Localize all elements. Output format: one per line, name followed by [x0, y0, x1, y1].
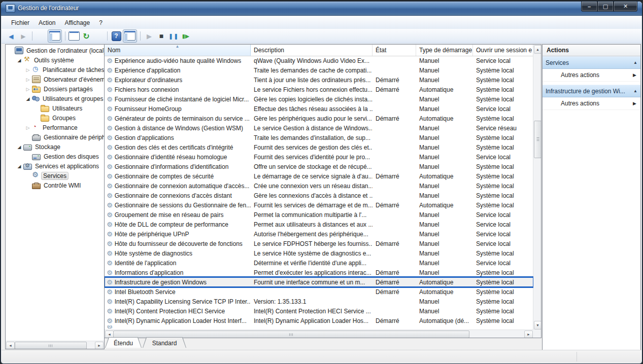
help-button[interactable]: ?: [111, 30, 122, 42]
table-row[interactable]: ⚙Gestionnaire de connexion automatique d…: [105, 181, 533, 191]
table-row[interactable]: ⚙Gestionnaire de sessions du Gestionnair…: [105, 200, 533, 210]
table-row[interactable]: ⚙Gestion d'applicationsTraite les demand…: [105, 133, 533, 142]
tree-item-disk-management[interactable]: Gestion des disques: [6, 152, 104, 161]
export-list-button[interactable]: [93, 30, 104, 42]
cell-description: Le service Gestion à distance de Windows…: [251, 125, 373, 132]
menu-aide[interactable]: ?: [94, 18, 107, 28]
list-vertical-scrollbar[interactable]: ▲ ▼: [533, 45, 541, 330]
scroll-left-icon[interactable]: ◄: [6, 342, 15, 349]
table-row[interactable]: ⚙Gestionnaire d'informations d'identific…: [105, 162, 533, 171]
collapsed-arrow-icon[interactable]: ▷: [25, 67, 31, 73]
column-header-description[interactable]: Description: [251, 45, 373, 56]
resume-button[interactable]: [180, 30, 191, 42]
table-row[interactable]: ⚙Gestion à distance de Windows (Gestion …: [105, 123, 533, 133]
table-row[interactable]: ⚙Hôte du fournisseur de découverte de fo…: [105, 239, 533, 248]
pause-button[interactable]: [168, 30, 179, 42]
menu-fichier[interactable]: Fichier: [7, 18, 34, 28]
tree-item-services-apps[interactable]: ◢Services et applications: [6, 161, 104, 171]
forward-button[interactable]: [18, 30, 29, 42]
export-folder-button[interactable]: [36, 30, 47, 42]
scroll-right-icon[interactable]: ►: [95, 342, 104, 349]
tree-item-folder[interactable]: Groupes: [6, 113, 104, 123]
tree-scroll-thumb[interactable]: [15, 342, 87, 349]
minimize-button[interactable]: –: [581, 2, 597, 12]
table-row[interactable]: ⚙Infrastructure de gestion WindowsFourni…: [105, 277, 533, 287]
maximize-button[interactable]: ▢: [597, 2, 614, 12]
table-row[interactable]: ⚙Expérience audio-vidéo haute qualité Wi…: [105, 56, 533, 65]
expanded-arrow-icon[interactable]: ◢: [16, 57, 22, 63]
table-row[interactable]: ⚙Gestionnaire d'identité réseau homologu…: [105, 152, 533, 162]
collapsed-arrow-icon[interactable]: ▷: [25, 77, 31, 83]
tree-horizontal-scrollbar[interactable]: ◄ ►: [6, 341, 104, 349]
table-row[interactable]: ⚙Gestionnaire de comptes de sécuritéLe d…: [105, 171, 533, 181]
menu-action[interactable]: Action: [34, 18, 60, 28]
cell-logon: Service local: [473, 57, 533, 64]
tree-item-storage[interactable]: ◢Stockage: [6, 142, 104, 152]
table-row[interactable]: ⚙Groupement de mise en réseau de pairsPe…: [105, 210, 533, 220]
expanded-arrow-icon[interactable]: ◢: [16, 144, 22, 150]
back-button[interactable]: [6, 30, 17, 42]
actions-item[interactable]: Autres actions▶: [543, 97, 640, 110]
column-header-state[interactable]: État: [373, 45, 416, 56]
tree-item-wmi[interactable]: Contrôle WMI: [6, 180, 104, 190]
table-row[interactable]: ⚙Gestionnaire de connexions d'accès dist…: [105, 191, 533, 200]
cell-description: Version: 1.35.133.1: [251, 298, 373, 305]
table-row[interactable]: ⚙Hôte système de diagnosticsLe service H…: [105, 248, 533, 258]
table-row[interactable]: ⚙Expérience d'applicationTraite les dema…: [105, 65, 533, 75]
refresh-button[interactable]: [81, 30, 92, 42]
table-row[interactable]: ⚙Hôte de DLL de compteur de performanceP…: [105, 220, 533, 229]
column-header-startup[interactable]: Type de démarrage: [416, 45, 473, 56]
expanded-arrow-icon[interactable]: ◢: [25, 96, 31, 102]
table-row[interactable]: ⚙Fournisseur HomeGroupEffectue des tâche…: [105, 104, 533, 114]
tree-item-device-manager[interactable]: Gestionnaire de périphé: [6, 132, 104, 142]
collapse-section-icon[interactable]: ▲: [633, 60, 637, 65]
column-header-name[interactable]: Nom▲: [105, 45, 251, 56]
tree-item-tools[interactable]: ◢Outils système: [6, 55, 104, 65]
scroll-down-icon[interactable]: ▼: [534, 321, 542, 330]
tree-item-folder[interactable]: Utilisateurs: [6, 103, 104, 113]
table-row[interactable]: ⚙Explorateur d'ordinateursTient à jour u…: [105, 75, 533, 85]
cell-description: Permet d'exécuter les applications inter…: [251, 269, 373, 276]
tree-item-users-groups[interactable]: ◢Utilisateurs et groupes l: [6, 94, 104, 103]
table-row[interactable]: ⚙Fichiers hors connexionLe service Fichi…: [105, 85, 533, 94]
table-row[interactable]: ⚙Identité de l'applicationDétermine et v…: [105, 258, 533, 268]
stop-button[interactable]: [156, 30, 167, 42]
tab-étendu[interactable]: Étendu: [105, 337, 142, 348]
tree-item-shared-folders[interactable]: ▷Dossiers partagés: [6, 84, 104, 94]
tab-standard[interactable]: Standard: [143, 337, 186, 348]
actions-section-header[interactable]: Services▲: [543, 56, 640, 69]
menu-affichage[interactable]: Affichage: [60, 18, 94, 28]
service-gear-icon: ⚙: [107, 174, 113, 179]
column-header-logon[interactable]: Ouvrir une session e: [473, 45, 533, 56]
table-row[interactable]: ⚙Intel(R) Dynamic Application Loader Hos…: [105, 316, 533, 325]
table-row[interactable]: ⚙Fournisseur de cliché instantané de log…: [105, 94, 533, 104]
expanded-arrow-icon[interactable]: ◢: [16, 163, 22, 169]
tree-item-event-viewer[interactable]: ▷Observateur d'événeme: [6, 75, 104, 84]
collapsed-arrow-icon[interactable]: ▷: [25, 86, 31, 92]
properties-button[interactable]: [69, 30, 80, 42]
collapsed-arrow-icon[interactable]: ▷: [25, 125, 31, 131]
table-row[interactable]: ⚙Générateur de points de terminaison du …: [105, 114, 533, 123]
title-bar[interactable]: Gestion de l'ordinateur –▢✕: [1, 2, 642, 16]
tree-item-computer[interactable]: Gestion de l'ordinateur (local): [6, 46, 104, 55]
actions-item[interactable]: Autres actions▶: [543, 69, 640, 82]
collapse-section-icon[interactable]: ▲: [633, 89, 637, 93]
table-row[interactable]: ⚙Intel Bluetooth ServiceDémarréAutomatiq…: [105, 287, 533, 297]
table-row-clipped[interactable]: ⚙: [105, 325, 533, 329]
close-button[interactable]: ✕: [614, 2, 637, 12]
table-row[interactable]: ⚙Intel(R) Content Protection HECI Servic…: [105, 306, 533, 316]
table-row[interactable]: ⚙Hôte de périphérique UPnPAutorise l'héb…: [105, 229, 533, 239]
show-action-pane-button[interactable]: [123, 29, 137, 43]
scroll-up-icon[interactable]: ▲: [534, 45, 542, 54]
tree-item-services[interactable]: Services: [6, 171, 104, 180]
actions-section-header[interactable]: Infrastructure de gestion Wi...▲: [543, 85, 640, 97]
tree-item-performance[interactable]: ▷Performance: [6, 123, 104, 132]
table-row[interactable]: ⚙Informations d'applicationPermet d'exéc…: [105, 268, 533, 277]
play-button[interactable]: [144, 30, 155, 42]
list-vscroll-thumb[interactable]: [534, 121, 542, 158]
table-row[interactable]: ⚙Intel(R) Capability Licensing Service T…: [105, 297, 533, 306]
show-console-tree-button[interactable]: [48, 29, 62, 43]
list-horizontal-scrollbar[interactable]: ◄ ►: [105, 330, 533, 338]
tree-item-scheduler[interactable]: ▷Planificateur de tâches: [6, 65, 104, 75]
table-row[interactable]: ⚙Gestion des clés et des certificats d'i…: [105, 142, 533, 152]
